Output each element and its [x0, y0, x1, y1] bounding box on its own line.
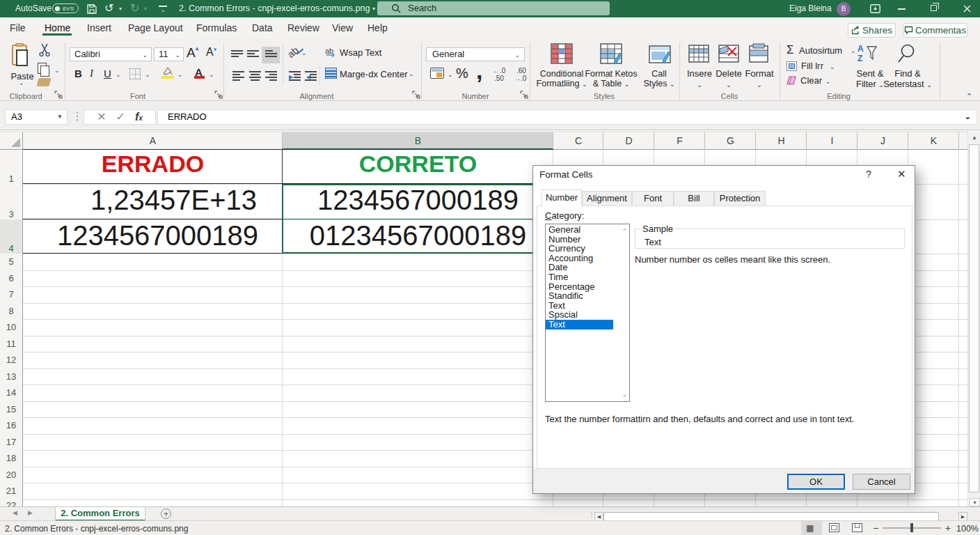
svg-text:Z: Z — [858, 54, 862, 63]
svg-text:A: A — [858, 44, 864, 54]
